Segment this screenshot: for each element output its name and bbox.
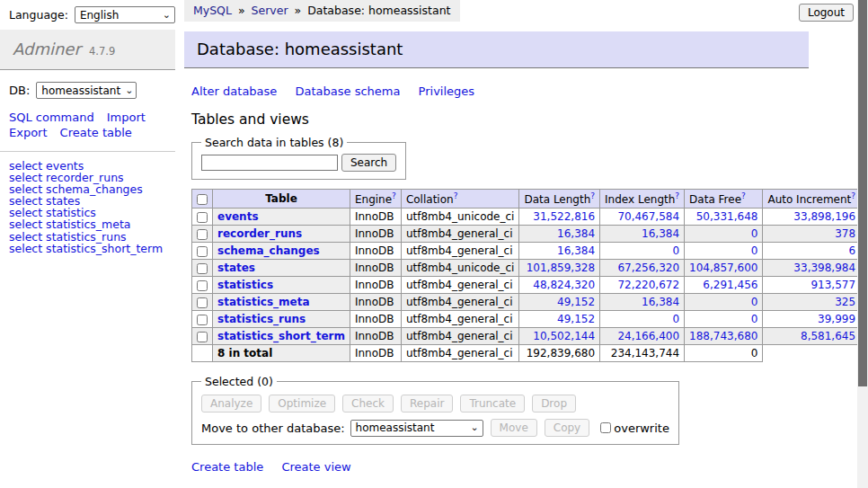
database-schema-link[interactable]: Database schema (296, 84, 401, 98)
db-select[interactable]: homeassistant ⌄ (36, 82, 137, 99)
data-free-link[interactable]: 0 (751, 244, 758, 257)
auto-increment-link[interactable]: 6 (848, 244, 855, 257)
auto-increment-link[interactable]: 39,999 (818, 313, 855, 325)
table-link[interactable]: events (217, 210, 259, 223)
create-table-link[interactable]: Create table (191, 460, 263, 474)
sidebar-item-select-statistics-runs[interactable]: select statistics_runs (9, 231, 166, 243)
auto-increment-link[interactable]: 8,581,645 (801, 330, 855, 342)
row-checkbox[interactable] (197, 280, 208, 291)
language-row: Language: English ⌄ (0, 0, 175, 30)
row-checkbox[interactable] (197, 315, 208, 325)
create-view-link[interactable]: Create view (281, 460, 350, 474)
row-checkbox[interactable] (197, 212, 208, 223)
help-icon[interactable]: ? (392, 191, 396, 200)
table-link[interactable]: schema_changes (217, 244, 320, 257)
data-length-link[interactable]: 49,152 (557, 296, 595, 308)
sidebar-item-select-statistics-short-term[interactable]: select statistics_short_term (9, 243, 166, 254)
index-length-link[interactable]: 0 (672, 244, 679, 257)
help-icon[interactable]: ? (851, 191, 855, 200)
sidebar-item-select-statistics-meta[interactable]: select statistics_meta (9, 218, 166, 230)
auto-increment-link[interactable]: 325 (835, 296, 855, 308)
index-length-link[interactable]: 16,384 (642, 227, 679, 240)
truncate-button[interactable]: Truncate (460, 395, 525, 413)
copy-button[interactable]: Copy (545, 419, 589, 437)
move-label: Move to other database: (201, 421, 345, 435)
data-length-link[interactable]: 10,502,144 (533, 330, 595, 342)
table-link[interactable]: statistics_runs (217, 313, 306, 325)
help-icon[interactable]: ? (590, 191, 595, 200)
breadcrumb: MySQL » Server » Database: homeassistant (184, 0, 460, 22)
sidebar-link-sql-command[interactable]: SQL command (9, 111, 94, 124)
data-length-link[interactable]: 16,384 (557, 227, 595, 240)
data-free-link[interactable]: 0 (751, 296, 758, 308)
auto-increment-link[interactable]: 378 (835, 227, 855, 240)
data-length-link[interactable]: 101,859,328 (527, 262, 595, 274)
table-row: statistics_runs InnoDB utf8mb4_general_c… (192, 311, 868, 328)
data-length-link[interactable]: 31,522,816 (533, 210, 595, 223)
engine-cell: InnoDB (350, 311, 401, 328)
language-select[interactable]: English ⌄ (75, 6, 175, 23)
row-checkbox[interactable] (197, 332, 208, 342)
auto-increment-link[interactable]: 913,577 (810, 279, 855, 291)
logout-button[interactable]: Logout (799, 4, 854, 22)
data-length-link[interactable]: 16,384 (557, 244, 595, 257)
auto-increment-link[interactable]: 33,898,196 (793, 210, 855, 223)
check-button[interactable]: Check (342, 395, 394, 413)
index-length-link[interactable]: 0 (672, 313, 679, 325)
search-button[interactable]: Search (341, 154, 396, 172)
data-length-link[interactable]: 48,824,320 (533, 279, 595, 291)
row-checkbox[interactable] (197, 229, 208, 240)
help-icon[interactable]: ? (454, 191, 458, 200)
search-input[interactable] (201, 155, 338, 171)
scrollbar-thumb[interactable] (858, 0, 867, 386)
data-free-link[interactable]: 0 (751, 313, 758, 325)
index-length-link[interactable]: 24,166,400 (617, 330, 679, 342)
row-checkbox[interactable] (197, 297, 208, 308)
table-link[interactable]: states (217, 262, 255, 274)
data-length-link[interactable]: 49,152 (557, 313, 595, 325)
scrollbar-track[interactable] (857, 0, 868, 488)
data-free-link[interactable]: 104,857,600 (689, 262, 757, 274)
sidebar-link-create-table[interactable]: Create table (60, 126, 132, 139)
chevron-down-icon: ⌄ (125, 87, 133, 94)
table-link[interactable]: statistics_meta (217, 296, 310, 308)
index-length-link[interactable]: 16,384 (642, 296, 679, 308)
data-free-link[interactable]: 0 (751, 227, 758, 240)
select-all-checkbox[interactable] (197, 194, 208, 205)
alter-database-link[interactable]: Alter database (191, 84, 277, 98)
index-length-link[interactable]: 70,467,584 (617, 210, 679, 223)
auto-increment-link[interactable]: 33,398,984 (793, 262, 855, 274)
row-checkbox[interactable] (197, 263, 208, 274)
analyze-button[interactable]: Analyze (201, 395, 261, 413)
table-link[interactable]: statistics_short_term (217, 330, 345, 342)
index-length-link[interactable]: 72,220,672 (617, 279, 679, 291)
engine-cell: InnoDB (350, 209, 401, 226)
move-database-select[interactable]: homeassistant ⌄ (350, 420, 483, 437)
table-row: schema_changes InnoDB utf8mb4_general_ci… (192, 243, 868, 260)
help-icon[interactable]: ? (741, 191, 746, 200)
data-free-link[interactable]: 50,331,648 (696, 210, 758, 223)
total-collation-cell: utf8mb4_general_ci (401, 345, 519, 362)
optimize-button[interactable]: Optimize (269, 395, 335, 413)
sidebar-link-export[interactable]: Export (9, 126, 48, 139)
repair-button[interactable]: Repair (401, 395, 453, 413)
adminer-version[interactable]: 4.7.9 (89, 45, 115, 58)
breadcrumb-link-mysql[interactable]: MySQL (193, 4, 232, 17)
create-links: Create table Create view (191, 460, 868, 474)
selected-actions: Analyze Optimize Check Repair Truncate D… (201, 395, 669, 413)
data-free-link[interactable]: 6,291,456 (703, 279, 757, 291)
table-link[interactable]: recorder_runs (217, 227, 302, 240)
selected-legend: Selected (0) (201, 375, 277, 388)
help-icon[interactable]: ? (675, 191, 679, 200)
move-button[interactable]: Move (491, 419, 537, 437)
overwrite-checkbox[interactable] (600, 422, 611, 433)
engine-cell: InnoDB (350, 294, 401, 311)
breadcrumb-link-server[interactable]: Server (252, 4, 288, 17)
data-free-link[interactable]: 188,743,680 (689, 330, 757, 342)
index-length-link[interactable]: 67,256,320 (617, 262, 679, 274)
table-link[interactable]: statistics (217, 279, 273, 291)
row-checkbox[interactable] (197, 246, 208, 257)
sidebar-link-import[interactable]: Import (107, 111, 146, 124)
privileges-link[interactable]: Privileges (419, 84, 475, 98)
drop-button[interactable]: Drop (532, 395, 576, 413)
